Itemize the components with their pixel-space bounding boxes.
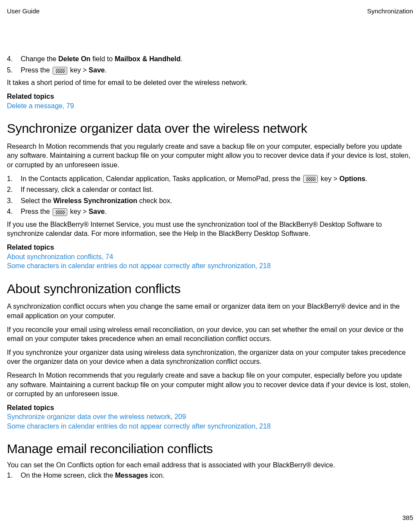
blackberry-key-icon [53,208,67,216]
steps-list-3: 1. On the Home screen, click the Message… [7,471,413,480]
step-content: Select the Wireless Synchronization chec… [21,196,413,206]
step-content: If necessary, click a calendar or contac… [21,185,413,194]
step-2: 2. If necessary, click a calendar or con… [7,185,413,194]
related-topics-links: Synchronize organizer data over the wire… [7,412,413,431]
paragraph: If you use the BlackBerry® Internet Serv… [7,220,413,238]
related-topics-heading: Related topics [7,403,413,413]
step-number: 3. [7,196,21,206]
step-1: 1. In the Contacts application, Calendar… [7,174,413,184]
paragraph: Research In Motion recommends that you r… [7,142,413,170]
related-topics-heading: Related topics [7,92,413,101]
step-4: 4. Change the Delete On field to Mailbox… [7,54,413,64]
paragraph: If you synchronize your organizer data u… [7,348,413,366]
steps-list-0: 4. Change the Delete On field to Mailbox… [7,54,413,75]
step-4: 4. Press the key > Save. [7,207,413,216]
step-number: 4. [7,54,21,64]
related-topics-links: About synchronization conflicts, 74 Some… [7,252,413,271]
blackberry-key-icon [303,175,318,183]
step-content: In the Contacts application, Calendar ap… [21,174,413,184]
related-topics-heading: Related topics [7,243,413,252]
paragraph: It takes a short period of time for emai… [7,78,413,88]
header-right: Synchronization [367,7,413,16]
paragraph: You can set the On Conflicts option for … [7,460,413,470]
heading-sync-organizer: Synchronize organizer data over the wire… [7,120,413,138]
page-number: 385 [402,513,413,522]
step-number: 1. [7,471,21,480]
header-left: User Guide [7,7,40,16]
page-header: User Guide Synchronization [7,7,413,16]
step-5: 5. Press the key > Save. [7,66,413,75]
link-calendar-chars[interactable]: Some characters in calendar entries do n… [7,261,413,271]
paragraph: If you reconcile your email using wirele… [7,325,413,344]
step-number: 1. [7,174,21,184]
step-number: 4. [7,207,21,216]
step-1: 1. On the Home screen, click the Message… [7,471,413,480]
heading-about-sync-conflicts: About synchronization conflicts [7,280,413,298]
paragraph: Research In Motion recommends that you r… [7,371,413,399]
step-content: On the Home screen, click the Messages i… [21,471,413,480]
link-about-sync-conflicts[interactable]: About synchronization conflicts, 74 [7,252,413,262]
step-content: Press the key > Save. [21,66,413,75]
paragraph: A synchronization conflict occurs when y… [7,302,413,320]
link-sync-organizer[interactable]: Synchronize organizer data over the wire… [7,412,413,422]
step-content: Press the key > Save. [21,207,413,216]
step-number: 5. [7,66,21,75]
blackberry-key-icon [53,67,67,75]
step-content: Change the Delete On field to Mailbox & … [21,54,413,64]
heading-manage-email-conflicts: Manage email reconciliation conflicts [7,440,413,458]
steps-list-1: 1. In the Contacts application, Calendar… [7,174,413,216]
step-number: 2. [7,185,21,194]
step-3: 3. Select the Wireless Synchronization c… [7,196,413,206]
related-topics-links: Delete a message, 79 [7,101,413,111]
link-calendar-chars[interactable]: Some characters in calendar entries do n… [7,422,413,431]
link-delete-message[interactable]: Delete a message, 79 [7,102,74,110]
